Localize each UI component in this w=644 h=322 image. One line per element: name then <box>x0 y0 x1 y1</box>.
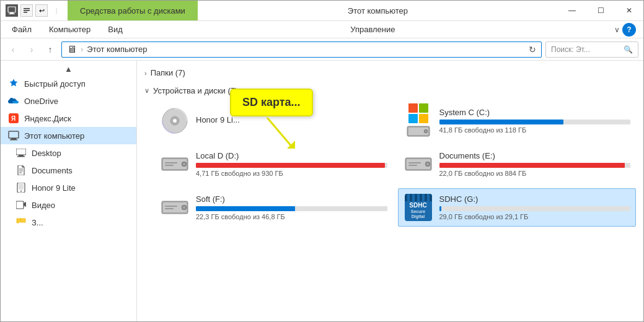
svg-rect-9 <box>11 138 16 139</box>
drive-grid: Honor 9 Li... <box>144 102 636 227</box>
maximize-button[interactable]: ☐ <box>586 1 615 20</box>
drive-info-systemc: System C (C:) 41,8 ГБ свободно из 118 ГБ <box>439 108 631 134</box>
systemc-bar-fill <box>439 120 564 124</box>
undo-btn[interactable]: ↩ <box>35 4 48 17</box>
devices-section-header[interactable]: ∨ Устройства и диски (7) <box>144 84 636 98</box>
help-button[interactable]: ? <box>622 23 636 37</box>
hdd-locald-icon <box>160 149 190 179</box>
svg-point-19 <box>20 191 22 192</box>
forward-button[interactable]: › <box>24 42 39 57</box>
sidebar-item-this-pc[interactable]: Этот компьютер <box>1 127 136 144</box>
svg-rect-12 <box>19 155 24 156</box>
window-title: Этот компьютер <box>198 6 558 15</box>
svg-rect-4 <box>24 10 30 11</box>
title-bar: ↩ | Средства работы с дисками Этот компь… <box>1 1 643 21</box>
content-area: › Папки (7) ∨ Устройства и диски (7) <box>137 61 643 321</box>
sdhc-free: 29,0 ГБ свободно из 29,1 ГБ <box>439 213 631 220</box>
drive-name-docs: Documents (E:) <box>439 151 631 160</box>
drive-name-sdhc: SDHC (G:) <box>439 194 631 204</box>
drive-item-sdhc[interactable]: SDHC Secure Digital SDHC (G:) 29,0 ГБ св… <box>398 188 637 227</box>
cd-icon <box>160 106 190 136</box>
search-box[interactable]: Поиск: Эт... 🔍 <box>545 41 638 58</box>
docs-bar-track <box>439 163 631 168</box>
soft-bar-fill <box>196 206 295 211</box>
sdhc-bar-track <box>439 206 631 211</box>
close-button[interactable]: ✕ <box>615 1 643 20</box>
drive-item-docs[interactable]: Documents (E:) 22,0 ГБ свободно из 884 Г… <box>398 145 637 183</box>
address-separator: › <box>81 45 83 54</box>
disk-tools-label: Средства работы с дисками <box>80 6 185 15</box>
disk-tools-tab[interactable]: Средства работы с дисками <box>68 1 198 20</box>
search-placeholder-text: Поиск: Эт... <box>551 45 590 54</box>
ribbon-toggle[interactable]: ∨ <box>614 25 620 34</box>
sidebar-item-yandex[interactable]: Я Яндекс.Диск <box>1 110 136 127</box>
up-button[interactable]: ↑ <box>43 42 58 57</box>
folders-section-header[interactable]: › Папки (7) <box>144 66 636 80</box>
sidebar-item-video[interactable]: Видео <box>1 196 136 214</box>
svg-rect-0 <box>8 7 15 12</box>
svg-rect-20 <box>16 201 24 209</box>
svg-point-37 <box>426 163 429 165</box>
z-icon <box>15 217 27 228</box>
minimize-button[interactable]: — <box>558 1 586 20</box>
tooltip-box: SD карта... <box>230 89 313 116</box>
menu-view[interactable]: Вид <box>99 21 131 38</box>
hdd-soft-icon <box>160 193 190 222</box>
honor9lite-icon <box>15 182 27 193</box>
svg-point-31 <box>183 163 185 165</box>
yandex-icon: Я <box>8 113 19 124</box>
menu-bar: Файл Компьютер Вид Управление ∨ ? <box>1 21 643 38</box>
systemc-free: 41,8 ГБ свободно из 118 ГБ <box>439 126 631 134</box>
sidebar-item-honor9lite[interactable]: Honor 9 Lite <box>1 179 136 196</box>
sidebar-item-z[interactable]: З... <box>1 214 136 231</box>
drive-name-soft: Soft (F:) <box>196 194 387 204</box>
drive-info-docs: Documents (E:) 22,0 ГБ свободно из 884 Г… <box>439 151 631 177</box>
computer-icon: 🖥 <box>67 44 77 55</box>
main-window: ↩ | Средства работы с дисками Этот компь… <box>0 0 644 322</box>
sdhc-card-icon: SDHC Secure Digital <box>404 193 433 222</box>
sidebar-item-documents[interactable]: Documents <box>1 162 136 179</box>
main-area: ▲ Быстрый доступ OneDrive <box>1 61 643 321</box>
window-title-text: Этот компьютер <box>348 6 408 15</box>
folders-section-label: Папки (7) <box>151 68 185 77</box>
sidebar-documents-label: Documents <box>32 166 73 175</box>
svg-rect-8 <box>9 131 19 138</box>
sdhc-bar-fill <box>439 206 441 211</box>
svg-rect-11 <box>16 149 26 155</box>
this-pc-icon <box>8 130 19 141</box>
address-path: Этот компьютер <box>87 45 147 54</box>
windows-logo <box>408 103 428 123</box>
window-controls: — ☐ ✕ <box>558 1 643 20</box>
back-button[interactable]: ‹ <box>6 42 20 57</box>
drive-item-soft[interactable]: Soft (F:) 22,3 ГБ свободно из 46,8 ГБ <box>154 188 393 227</box>
desktop-icon <box>15 147 27 159</box>
menu-file[interactable]: Файл <box>3 21 40 38</box>
sidebar-z-label: З... <box>32 218 43 227</box>
refresh-button[interactable]: ↻ <box>529 45 536 54</box>
drive-info-locald: Local D (D:) 4,71 ГБ свободно из 930 ГБ <box>196 151 387 177</box>
quick-access-btn[interactable] <box>20 4 33 17</box>
menu-manage[interactable]: Управление <box>131 21 614 38</box>
svg-rect-10 <box>10 139 17 141</box>
svg-rect-18 <box>19 184 24 189</box>
sidebar-desktop-label: Desktop <box>32 149 61 158</box>
svg-rect-32 <box>165 162 177 163</box>
video-icon <box>15 199 27 211</box>
address-input[interactable]: 🖥 › Этот компьютер ↻ <box>61 41 542 58</box>
sidebar: ▲ Быстрый доступ OneDrive <box>1 61 137 321</box>
hdd-docs-icon <box>404 149 433 179</box>
sidebar-item-onedrive[interactable]: OneDrive <box>1 92 136 110</box>
sidebar-onedrive-label: OneDrive <box>24 97 58 106</box>
menu-computer[interactable]: Компьютер <box>40 21 99 38</box>
onedrive-icon <box>8 95 19 107</box>
quick-access-icon <box>8 78 19 89</box>
drive-item-systemc[interactable]: System C (C:) 41,8 ГБ свободно из 118 ГБ <box>398 102 637 140</box>
search-icon: 🔍 <box>624 45 633 54</box>
sidebar-item-quick-access[interactable]: Быстрый доступ <box>1 75 136 92</box>
sidebar-scroll-up[interactable]: ▲ <box>1 63 136 75</box>
folders-toggle-icon: › <box>144 69 147 77</box>
title-bar-center: Средства работы с дисками Этот компьютер <box>68 1 558 20</box>
sidebar-item-desktop[interactable]: Desktop <box>1 144 136 162</box>
svg-rect-44 <box>165 206 177 207</box>
svg-line-46 <box>267 118 292 147</box>
